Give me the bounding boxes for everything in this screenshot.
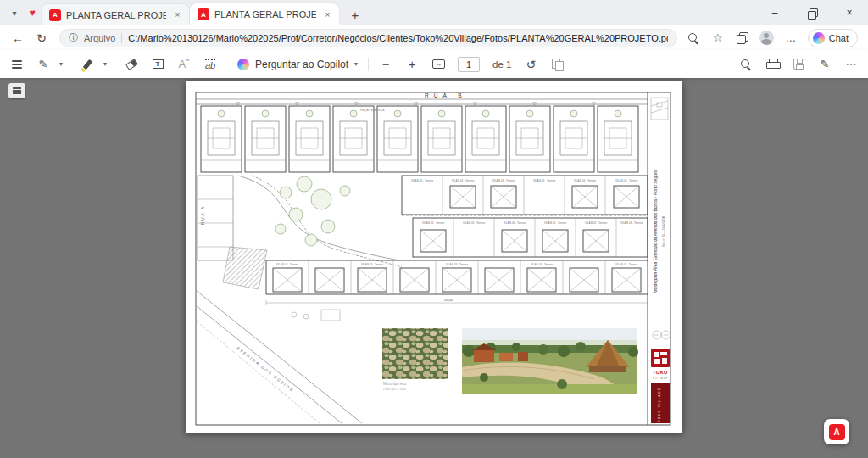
svg-text:VILA B.03 - Terreno: VILA B.03 - Terreno xyxy=(533,179,555,182)
page-number-input[interactable] xyxy=(458,57,480,72)
print-icon xyxy=(766,59,779,70)
highlighter-button[interactable] xyxy=(81,54,94,75)
title-block: Masterplan Área Extensão da Avenida dos … xyxy=(651,98,670,423)
table-of-contents-button[interactable] xyxy=(10,54,24,75)
titlebar: ▾ ♥ A PLANTA GERAL PROJETO.pdf × A PLANT… xyxy=(0,0,868,25)
caret-icon: ˆ xyxy=(186,58,189,70)
open-in-acrobat-button[interactable]: A xyxy=(824,419,849,444)
highlighter-icon xyxy=(82,59,92,69)
svg-text:VILA B.03 - Terreno: VILA B.03 - Terreno xyxy=(615,263,637,266)
browser-essentials-heart-icon[interactable]: ♥ xyxy=(24,7,41,19)
zoom-in-button[interactable]: + xyxy=(405,54,419,75)
sidebar-toggle-icon xyxy=(13,90,21,92)
zoom-indicator-icon[interactable] xyxy=(686,31,701,46)
add-text-button[interactable]: T xyxy=(151,54,164,75)
toc-icon xyxy=(12,64,22,65)
rotate-button[interactable]: ↺ xyxy=(524,54,537,75)
favorite-star-icon[interactable]: ☆ xyxy=(710,31,726,46)
minimize-button[interactable]: – xyxy=(756,0,793,25)
restore-button[interactable] xyxy=(793,0,831,25)
street-label-avenida: AVENIDA DOS BÚZIOS xyxy=(236,345,295,394)
page-view-icon xyxy=(552,59,563,70)
page-view-button[interactable] xyxy=(550,54,564,75)
annotate-button[interactable]: ✎ xyxy=(818,54,832,75)
pdf-sidebar-toggle-button[interactable] xyxy=(8,83,25,98)
stone-wall-swatch-image: Muro tipo eco Pedra tipo S. Tomé xyxy=(382,328,448,391)
close-button[interactable]: × xyxy=(831,0,868,25)
pdf-viewer-canvas[interactable]: RUA B FIAÇÃO ELÉTRICA xyxy=(0,78,868,458)
zoom-out-button[interactable]: − xyxy=(379,54,392,75)
svg-text:VILA B.03 - Terreno: VILA B.03 - Terreno xyxy=(492,179,515,182)
search-icon xyxy=(740,59,752,70)
draw-pen-button[interactable]: ✎ xyxy=(36,54,50,75)
print-button[interactable] xyxy=(765,54,779,75)
back-button[interactable]: ← xyxy=(7,28,29,48)
ask-copilot-button[interactable]: Perguntar ao Copilot ▾ xyxy=(237,59,358,70)
swatch-caption-2: Pedra tipo S. Tomé xyxy=(383,388,406,391)
fit-to-width-button[interactable]: ↔ xyxy=(431,54,445,75)
tab-1-label: PLANTA GERAL PROJETO.pdf xyxy=(66,10,166,20)
fit-icon: ↔ xyxy=(432,59,445,69)
profile-avatar[interactable] xyxy=(760,31,774,45)
page-info-icon[interactable]: ⓘ xyxy=(69,31,78,44)
tab-2-active[interactable]: A PLANTA GERAL PROJETO.pdf × xyxy=(190,3,339,25)
pdf-favicon: A xyxy=(198,8,209,20)
tab-1-close-icon[interactable]: × xyxy=(171,8,184,21)
reload-button[interactable]: ↻ xyxy=(31,28,53,48)
svg-text:VILA B.03 - Terreno: VILA B.03 - Terreno xyxy=(361,263,383,266)
copilot-chat-button[interactable]: Chat xyxy=(808,29,858,47)
read-aloud-button[interactable]: ab xyxy=(203,54,217,75)
brand-subtitle: VILLAGE xyxy=(653,377,668,380)
dimension-label: 50,00 xyxy=(444,298,453,302)
eraser-icon xyxy=(125,58,137,70)
page-total-label: de 1 xyxy=(492,59,511,70)
address-bar: ← ↻ ⓘ Arquivo C:/Mario%20130126/Mario%20… xyxy=(0,25,868,50)
save-icon xyxy=(793,59,804,70)
draw-pen-chevron-icon[interactable]: ▾ xyxy=(54,54,68,75)
more-options-button[interactable]: ⋯ xyxy=(844,54,858,75)
pdf-tools-right: ✎ ⋯ xyxy=(739,54,858,75)
pdf-toolbar: ✎ ▾ ▾ T Aˆ ab Perguntar ao Copilot ▾ − +… xyxy=(0,50,868,78)
tab-search-icon[interactable]: ▾ xyxy=(5,8,24,18)
svg-text:VILA B.03 - Terreno: VILA B.03 - Terreno xyxy=(531,263,553,266)
upper-lot-row xyxy=(201,106,638,172)
middle-lot-grid-1: VILA B.03 - Terreno VILA B.03 - Terreno … xyxy=(402,176,648,215)
titleblock-line2: Rev. nº 25 — 15/12/2010 xyxy=(662,216,665,247)
eraser-button[interactable] xyxy=(125,54,138,75)
svg-text:VILA B.03 - Terreno: VILA B.03 - Terreno xyxy=(463,221,485,225)
svg-text:VILA B.03 - Terreno: VILA B.03 - Terreno xyxy=(411,179,433,182)
svg-text:VILA B.03 - Terreno: VILA B.03 - Terreno xyxy=(452,179,474,182)
acrobat-icon: A xyxy=(829,424,845,440)
toko-logo xyxy=(651,349,670,367)
highlighter-chevron-icon[interactable]: ▾ xyxy=(98,54,112,75)
street-label-rua-b: RUA B xyxy=(425,92,467,98)
copilot-chevron-icon: ▾ xyxy=(354,60,358,68)
search-button[interactable] xyxy=(739,54,753,75)
letter-a-icon: A xyxy=(178,58,186,70)
tab-2-close-icon[interactable]: × xyxy=(321,8,334,21)
restore-icon xyxy=(808,8,817,18)
new-tab-button[interactable]: + xyxy=(344,3,366,25)
svg-text:VILA B.03 - Terreno: VILA B.03 - Terreno xyxy=(446,263,468,266)
pdf-page: RUA B FIAÇÃO ELÉTRICA xyxy=(186,81,682,433)
brand-side-label: TOKO VILLAGE xyxy=(658,387,661,422)
electric-note: FIAÇÃO ELÉTRICA xyxy=(360,108,385,112)
tab-1[interactable]: A PLANTA GERAL PROJETO.pdf × xyxy=(41,3,190,25)
svg-text:VILA B.03 - Terreno: VILA B.03 - Terreno xyxy=(276,263,298,266)
url-field[interactable]: ⓘ Arquivo C:/Mario%20130126/Mario%202025… xyxy=(59,29,677,47)
diagonal-avenue: AVENIDA DOS BÚZIOS xyxy=(197,291,362,423)
svg-text:VILA B.03 - Terreno: VILA B.03 - Terreno xyxy=(544,221,566,225)
lower-lot-row: VILA B.03 - Terreno VILA B.03 - Terreno … xyxy=(266,260,648,294)
url-text: C:/Mario%20130126/Mario%202025/Prof/Corr… xyxy=(128,33,667,43)
street-label-rua-a: RUA A xyxy=(201,205,205,225)
settings-menu-button[interactable]: … xyxy=(783,31,798,46)
zoom-controls: − + ↔ de 1 ↺ xyxy=(379,54,564,75)
save-button[interactable] xyxy=(792,54,805,75)
copilot-icon xyxy=(237,59,249,70)
font-size-button[interactable]: Aˆ xyxy=(177,54,191,75)
browser-window: ▾ ♥ A PLANTA GERAL PROJETO.pdf × A PLANT… xyxy=(0,0,868,458)
pdf-tools-left: ✎ ▾ ▾ T Aˆ ab xyxy=(10,54,217,75)
collections-icon[interactable] xyxy=(735,31,750,46)
copilot-icon xyxy=(813,32,825,44)
chat-label: Chat xyxy=(829,33,849,43)
